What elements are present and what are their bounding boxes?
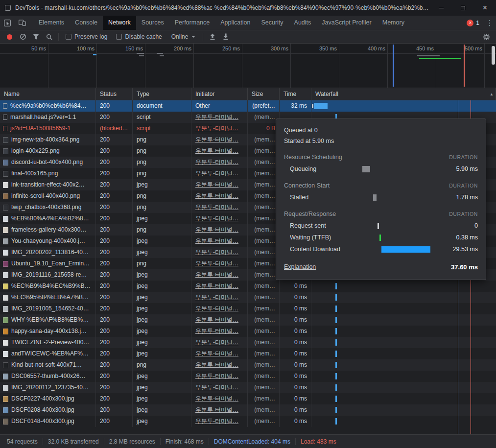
throttling-dropdown[interactable]: Online [171,33,196,40]
initiator-link[interactable]: 우분투-터미널… [195,249,238,256]
panel-tab[interactable]: Application [215,16,256,30]
network-request-row[interactable]: DSC06557-thumb-400x26… 200 jpeg 우분투-터미널…… [0,371,496,382]
filter-icon[interactable] [29,31,43,43]
settings-gear-icon[interactable] [480,31,493,43]
initiator-link[interactable]: 우분투-터미널… [195,294,238,301]
panel-tab[interactable]: Memory [377,16,410,30]
initiator-link[interactable]: 우분투-터미널… [195,384,238,391]
export-har-icon[interactable] [219,31,232,43]
file-type-icon [3,362,8,368]
cell-status: 200 [96,179,133,190]
column-header[interactable]: Time [280,88,311,100]
initiator-link[interactable]: 우분투-터미널… [195,226,238,233]
explanation-link[interactable]: Explanation [284,263,316,270]
initiator-link[interactable]: 우분투-터미널… [195,418,238,424]
panel-tab[interactable]: Sources [136,16,169,30]
column-header[interactable]: Status [96,88,133,100]
cell-time: 0 ms [280,404,311,416]
file-type-icon [3,216,8,222]
record-button[interactable] [3,31,16,43]
search-icon[interactable] [43,31,56,43]
initiator-link[interactable]: Other [195,102,210,109]
panel-tab[interactable]: Console [70,16,103,30]
initiator-link[interactable]: 우분투-터미널… [195,125,238,132]
column-header[interactable]: Waterfall [311,88,496,100]
close-button[interactable]: × [474,0,496,16]
import-har-icon[interactable] [206,31,219,43]
panel-tab[interactable]: Network [103,16,136,30]
initiator-link[interactable]: 우분투-터미널… [195,305,238,312]
network-request-row[interactable]: DSCF0208-400x300.jpg 200 jpeg 우분투-터미널… (… [0,404,496,416]
network-request-row[interactable]: IMG_20200112_123735-40… 200 jpeg 우분투-터미널… [0,382,496,393]
initiator-link[interactable]: 우분투-터미널… [195,147,238,154]
initiator-link[interactable]: 우분투-터미널… [195,181,238,188]
network-request-row[interactable]: WHY-%EB%AF%B8%EB%A… 200 jpeg 우분투-터미널… (m… [0,314,496,326]
popup-section-header: Request/Response DURATION [284,208,478,220]
network-request-row[interactable]: happy-sana-day-400x138.j… 200 jpeg 우분투-터… [0,326,496,337]
initiator-link[interactable]: 우분투-터미널… [195,373,238,379]
preserve-log-checkbox[interactable]: Preserve log [66,33,107,40]
initiator-link[interactable]: 우분투-터미널… [195,170,238,177]
error-count-badge[interactable]: × 1 [467,20,479,26]
panel-tab[interactable]: Performance [169,16,215,30]
waterfall-bar [335,328,337,334]
network-request-row[interactable]: DSCF0148-400x300.jpg 200 jpeg 우분투-터미널… (… [0,416,496,427]
cell-name: DSC06557-thumb-400x26… [0,371,96,382]
cell-status: 200 [96,213,133,224]
window-titlebar[interactable]: DevTools - marshall-ku.com/others/%ec%9a… [0,0,496,16]
initiator-link[interactable]: 우분투-터미널… [195,114,238,120]
network-request-row[interactable]: DSCF0227-400x300.jpg 200 jpeg 우분투-터미널… (… [0,393,496,404]
ruler-tick: 350 ms [291,44,339,88]
panel-tab[interactable]: Audits [289,16,317,30]
network-request-row[interactable]: %EC%95%84%EB%A7%B9… 200 jpeg 우분투-터미널… (m… [0,292,496,303]
initiator-link[interactable]: 우분투-터미널… [195,237,238,244]
network-request-row[interactable]: Kind-but-not-soft-400x71… 200 png 우분투-터미… [0,359,496,371]
scrollbar-thumb[interactable] [492,46,495,65]
sort-arrow-icon[interactable]: ▲ [490,88,494,100]
cell-name: DSCF0208-400x300.jpg [0,404,96,416]
file-type-icon [3,283,8,289]
device-toolbar-icon[interactable] [15,16,29,30]
cell-type: png [133,224,191,236]
inspect-element-icon[interactable] [0,16,15,30]
more-options-icon[interactable]: ⋮ [483,16,496,30]
initiator-link[interactable]: 우분투-터미널… [195,361,238,368]
cell-type: png [133,145,191,157]
initiator-link[interactable]: 우분투-터미널… [195,192,238,199]
panel-tab[interactable]: Security [256,16,288,30]
initiator-link[interactable]: 우분투-터미널… [195,159,238,165]
network-request-row[interactable]: %EC%B9%B4%EC%B9%B4… 200 jpeg 우분투-터미널… (m… [0,281,496,292]
clear-button[interactable] [16,31,29,43]
overview-request-bar-grey [139,55,144,56]
cell-waterfall [311,393,496,404]
column-header[interactable]: Name [0,88,96,100]
network-request-row[interactable]: andTWICEWC-%EB%AF%B… 200 jpeg 우분투-터미널… (… [0,348,496,359]
timing-row: Queueing 5.90 ms [284,163,478,175]
panel-tab[interactable]: JavaScript Profiler [316,16,377,30]
panel-tab[interactable]: Elements [33,16,70,30]
initiator-link[interactable]: 우분투-터미널… [195,350,238,357]
column-header[interactable]: Type [133,88,191,100]
network-request-row[interactable]: TWICEZINE-2-Preview-400… 200 jpeg 우분투-터미… [0,337,496,348]
initiator-link[interactable]: 우분투-터미널… [195,406,238,413]
initiator-link[interactable]: 우분투-터미널… [195,328,238,334]
network-overview-timeline[interactable]: 50 ms 100 ms 150 ms 200 ms 250 ms 300 ms… [0,44,496,88]
initiator-link[interactable]: 우분투-터미널… [195,215,238,222]
initiator-link[interactable]: 우분투-터미널… [195,395,238,402]
column-header[interactable]: Initiator [191,88,248,100]
network-request-row[interactable]: IMG_20191005_154652-40… 200 jpeg 우분투-터미널… [0,303,496,314]
cell-name: andTWICEWC-%EB%AF%B… [0,348,96,359]
minimize-button[interactable] [430,0,452,16]
initiator-link[interactable]: 우분투-터미널… [195,136,238,143]
initiator-link[interactable]: 우분투-터미널… [195,204,238,211]
column-header[interactable]: Size [248,88,280,100]
initiator-link[interactable]: 우분투-터미널… [195,260,238,267]
initiator-link[interactable]: 우분투-터미널… [195,339,238,346]
network-request-row[interactable]: %ec%9a%b0%eb%b6%84… 200 document Other (… [0,100,496,112]
disable-cache-checkbox[interactable]: Disable cache [116,33,162,40]
initiator-link[interactable]: 우분투-터미널… [195,271,238,278]
maximize-button[interactable] [452,0,474,16]
initiator-link[interactable]: 우분투-터미널… [195,316,238,323]
initiator-link[interactable]: 우분투-터미널… [195,283,238,289]
request-name: marshall.head.js?ver=1.1 [10,112,76,123]
